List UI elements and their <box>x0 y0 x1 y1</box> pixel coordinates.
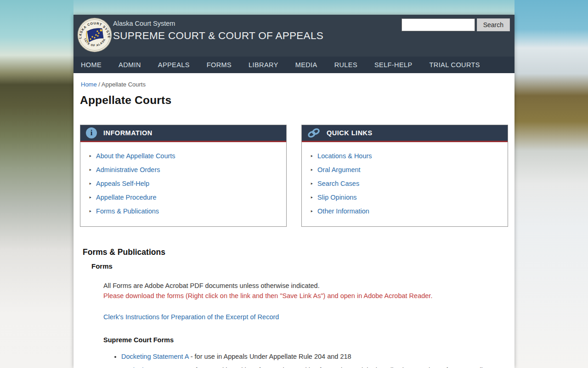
list-item: ‣Administrative Orders <box>89 164 278 176</box>
background-scenery-right <box>514 0 588 368</box>
triangle-bullet-icon: ‣ <box>310 165 313 176</box>
information-box-body: ‣About the Appellate Courts ‣Administrat… <box>80 142 286 226</box>
link-administrative-orders[interactable]: Administrative Orders <box>96 164 160 175</box>
list-item: ‣Forms & Publications <box>89 206 278 217</box>
forms-download-warning: Please download the forms (Right click o… <box>103 291 508 301</box>
nav-item-appeals[interactable]: APPEALS <box>158 61 190 69</box>
triangle-bullet-icon: ‣ <box>89 165 92 176</box>
alaska-court-system-logo[interactable]: ALASKA COURT SYSTEM STATE OF ALASKA <box>77 17 112 52</box>
breadcrumb-current: Appellate Courts <box>102 81 146 88</box>
triangle-bullet-icon: ‣ <box>310 151 313 162</box>
link-docketing-statement-a[interactable]: Docketing Statement A <box>121 353 189 360</box>
nav-item-admin[interactable]: ADMIN <box>119 61 141 69</box>
search-area: Search <box>401 18 510 31</box>
supreme-court-forms-heading: Supreme Court Forms <box>103 336 508 344</box>
information-box-title: INFORMATION <box>103 129 153 137</box>
link-forms-publications[interactable]: Forms & Publications <box>96 206 159 217</box>
link-other-information[interactable]: Other Information <box>317 206 369 217</box>
nav-item-media[interactable]: MEDIA <box>295 61 317 69</box>
site-name: Alaska Court System <box>113 20 323 27</box>
search-button[interactable]: Search <box>477 18 510 31</box>
triangle-bullet-icon: ‣ <box>310 206 313 217</box>
triangle-bullet-icon: ‣ <box>310 178 313 190</box>
link-slip-opinions[interactable]: Slip Opinions <box>317 192 356 203</box>
list-item: Docketing Statement B - for use with Pet… <box>121 365 508 368</box>
nav-item-forms[interactable]: FORMS <box>207 61 232 69</box>
triangle-bullet-icon: ‣ <box>89 192 92 203</box>
site-header: ALASKA COURT SYSTEM STATE OF ALASKA Alas… <box>74 15 514 57</box>
forms-subheading: Forms <box>91 262 508 270</box>
list-item: ‣Oral Argument <box>310 164 499 176</box>
nav-item-home[interactable]: HOME <box>81 61 102 69</box>
background-scenery-left <box>0 0 74 368</box>
forms-publications-heading: Forms & Publications <box>83 247 508 257</box>
quick-links-box-body: ‣Locations & Hours ‣Oral Argument ‣Searc… <box>302 142 508 226</box>
nav-item-trial-courts[interactable]: TRIAL COURTS <box>430 61 480 69</box>
info-icon: i <box>86 127 97 138</box>
breadcrumb-separator: / <box>98 81 100 88</box>
list-item: ‣Slip Opinions <box>310 192 499 203</box>
triangle-bullet-icon: ‣ <box>89 178 92 190</box>
breadcrumb-home-link[interactable]: Home <box>81 81 97 88</box>
background-scenery-top <box>74 0 514 15</box>
forms-publications-section: Forms & Publications Forms All Forms are… <box>83 247 508 368</box>
list-item: ‣Appellate Procedure <box>89 192 278 203</box>
header-titles: Alaska Court System SUPREME COURT & COUR… <box>113 20 323 42</box>
quick-links-box: QUICK LINKS ‣Locations & Hours ‣Oral Arg… <box>301 125 508 227</box>
link-locations-hours[interactable]: Locations & Hours <box>317 150 372 161</box>
info-quicklinks-row: i INFORMATION ‣About the Appellate Court… <box>80 125 508 227</box>
nav-item-library[interactable]: LIBRARY <box>249 61 278 69</box>
breadcrumb: Home / Appellate Courts <box>81 81 508 88</box>
page-column: ALASKA COURT SYSTEM STATE OF ALASKA Alas… <box>74 15 514 368</box>
list-item: ‣Search Cases <box>310 178 499 190</box>
triangle-bullet-icon: ‣ <box>89 206 92 217</box>
page-title: Appellate Courts <box>80 94 508 107</box>
list-item: ‣Appeals Self-Help <box>89 178 278 190</box>
search-input[interactable] <box>401 18 475 31</box>
main-nav: HOME ADMIN APPEALS FORMS LIBRARY MEDIA R… <box>74 57 514 73</box>
supreme-court-forms-list: Docketing Statement A - for use in Appea… <box>113 351 508 368</box>
triangle-bullet-icon: ‣ <box>89 151 92 162</box>
quick-links-box-title: QUICK LINKS <box>327 129 373 137</box>
link-oral-argument[interactable]: Oral Argument <box>317 164 361 175</box>
form-item-description: - for use in Appeals Under Appellate Rul… <box>189 353 351 360</box>
link-clerks-instructions[interactable]: Clerk's Instructions for Preparation of … <box>103 313 279 321</box>
forms-note: All Forms are Adobe Acrobat PDF document… <box>103 281 508 291</box>
list-item: ‣Other Information <box>310 206 499 217</box>
main-content: Home / Appellate Courts Appellate Courts… <box>74 73 514 368</box>
site-title: SUPREME COURT & COURT OF APPEALS <box>113 30 323 42</box>
list-item: ‣About the Appellate Courts <box>89 150 278 162</box>
nav-item-self-help[interactable]: SELF-HELP <box>374 61 413 69</box>
triangle-bullet-icon: ‣ <box>310 192 313 203</box>
chain-link-icon <box>307 127 320 138</box>
quick-links-box-header: QUICK LINKS <box>302 125 508 142</box>
link-about-appellate-courts[interactable]: About the Appellate Courts <box>96 150 175 161</box>
link-appeals-self-help[interactable]: Appeals Self-Help <box>96 178 149 189</box>
nav-item-rules[interactable]: RULES <box>334 61 357 69</box>
link-search-cases[interactable]: Search Cases <box>317 178 359 189</box>
list-item: Docketing Statement A - for use in Appea… <box>121 351 508 362</box>
list-item: ‣Locations & Hours <box>310 150 499 162</box>
information-box: i INFORMATION ‣About the Appellate Court… <box>80 125 287 227</box>
information-box-header: i INFORMATION <box>80 125 286 142</box>
link-appellate-procedure[interactable]: Appellate Procedure <box>96 192 156 203</box>
